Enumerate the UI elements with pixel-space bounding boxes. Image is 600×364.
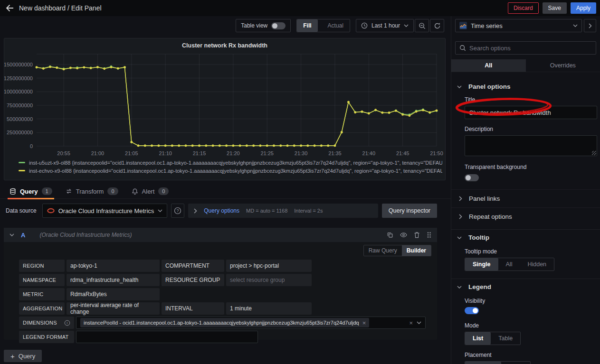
legend-item[interactable]: inst-echvo-x9-ol88 {instancepoolid="ocid… xyxy=(19,167,442,175)
tooltip-section-title: Tooltip xyxy=(468,234,489,241)
legend-mode-table-button[interactable]: Table xyxy=(491,332,520,345)
repeat-options-section[interactable]: Repeat options xyxy=(451,207,600,225)
fill-button[interactable]: Fill xyxy=(297,19,317,32)
actual-button[interactable]: Actual xyxy=(322,19,350,32)
region-select[interactable]: ap-tokyo-1 xyxy=(67,260,160,272)
options-sidebar: Time series All Overrides Panel options … xyxy=(451,16,600,364)
tooltip-all-button[interactable]: All xyxy=(498,258,520,271)
namespace-select[interactable]: rdma_infrastructure_health xyxy=(67,274,160,286)
tab-all[interactable]: All xyxy=(451,59,526,72)
dimensions-label: DIMENSIONS i xyxy=(19,317,74,329)
table-view-toggle[interactable] xyxy=(271,22,286,29)
apply-button[interactable]: Apply xyxy=(571,2,596,14)
tooltip-single-button[interactable]: Single xyxy=(465,258,498,271)
svg-text:1500000000: 1500000000 xyxy=(4,62,33,67)
interval-select[interactable]: 1 minute xyxy=(226,302,312,315)
table-view-group: Table view xyxy=(236,19,291,32)
tab-alert[interactable]: Alert 0 xyxy=(132,184,169,199)
panel-title-input[interactable] xyxy=(465,106,597,119)
tooltip-section-header[interactable]: Tooltip xyxy=(451,230,600,245)
panel-toolbar: Table view Fill Actual Last 1 hour xyxy=(236,19,444,32)
collapse-options-button[interactable] xyxy=(584,19,596,32)
trash-icon xyxy=(414,232,420,238)
refresh-button[interactable] xyxy=(430,19,444,32)
time-controls: Last 1 hour xyxy=(356,19,444,32)
datasource-help-button[interactable]: ? xyxy=(171,204,184,218)
duplicate-query-button[interactable] xyxy=(387,232,393,238)
zoom-out-button[interactable] xyxy=(415,19,429,32)
tab-alert-label: Alert xyxy=(142,188,155,195)
options-search-input[interactable] xyxy=(469,45,592,52)
tooltip-hidden-button[interactable]: Hidden xyxy=(520,258,554,271)
compartment-select[interactable]: project > hpc-portal xyxy=(226,260,312,272)
clear-all-icon[interactable]: × xyxy=(409,320,413,326)
legend-mode-list-button[interactable]: List xyxy=(465,332,491,345)
dimensions-multiselect[interactable]: instancePoolId - ocid1.instancepool.oc1.… xyxy=(76,317,426,329)
clock-icon xyxy=(361,22,368,29)
tab-overrides[interactable]: Overrides xyxy=(526,59,600,72)
legend-placement-label: Placement xyxy=(465,352,600,358)
chevron-down-icon xyxy=(573,24,578,27)
form-row: AGGREGATION per-interval average rate of… xyxy=(19,302,431,315)
series-color-dash xyxy=(19,162,25,163)
resource-group-select[interactable]: select resource group xyxy=(226,274,312,286)
series-label: inst-echvo-x9-ol88 {instancepoolid="ocid… xyxy=(29,168,442,174)
description-textarea[interactable] xyxy=(465,135,597,156)
delete-query-button[interactable] xyxy=(414,232,420,238)
tab-query[interactable]: Query 1 xyxy=(10,184,52,199)
angle-right-icon[interactable] xyxy=(194,208,197,214)
form-row: NAMESPACE rdma_infrastructure_health RES… xyxy=(19,274,431,286)
chevron-down-icon xyxy=(404,24,409,27)
add-query-button[interactable]: + Query xyxy=(4,350,42,362)
metric-select[interactable]: RdmaRxBytes xyxy=(67,288,160,300)
query-inspector-button[interactable]: Query inspector xyxy=(382,204,437,218)
chevron-down-icon[interactable] xyxy=(417,321,421,324)
placement-bottom-button[interactable]: Bottom xyxy=(465,362,501,364)
raw-query-button[interactable]: Raw Query xyxy=(364,245,402,256)
disable-query-button[interactable] xyxy=(400,232,407,238)
alert-count-badge: 0 xyxy=(158,187,169,195)
chart-plot[interactable]: 0250000000500000000750000000100000000012… xyxy=(4,50,446,159)
metric-label: METRIC xyxy=(19,288,65,300)
save-button[interactable]: Save xyxy=(543,2,567,14)
legend-format-input[interactable] xyxy=(76,331,258,343)
resource-group-label: RESOURCE GROUP xyxy=(162,274,224,286)
svg-text:21:00: 21:00 xyxy=(91,150,105,156)
legend-item[interactable]: inst-u5uzt-x9-ol88 {instancepoolid="ocid… xyxy=(19,159,442,167)
discard-button[interactable]: Discard xyxy=(508,2,539,14)
remove-dimension-icon[interactable]: × xyxy=(362,320,366,326)
options-tabs: All Overrides xyxy=(451,59,600,72)
back-button[interactable] xyxy=(0,0,19,16)
arrow-left-icon xyxy=(6,4,14,12)
panel-options-header[interactable]: Panel options xyxy=(451,79,600,94)
region-label: REGION xyxy=(19,260,65,272)
drag-handle[interactable] xyxy=(427,232,431,238)
legend-visibility-toggle[interactable] xyxy=(465,307,479,314)
placement-right-button[interactable]: Right xyxy=(501,362,530,364)
drag-dots-icon xyxy=(427,232,431,238)
search-minus-icon xyxy=(419,22,426,29)
aggregation-select[interactable]: per-interval average rate of change xyxy=(67,302,160,315)
svg-text:750000000: 750000000 xyxy=(7,103,33,108)
visualization-picker[interactable]: Time series xyxy=(455,19,582,32)
options-search[interactable] xyxy=(455,41,596,55)
panel-links-section[interactable]: Panel links xyxy=(451,189,600,207)
query-row-header[interactable]: A (Oracle Cloud Infrastructure Metrics) xyxy=(4,228,437,242)
builder-button[interactable]: Builder xyxy=(402,245,431,256)
datasource-label: Data source xyxy=(4,207,38,214)
form-row: DIMENSIONS i instancePoolId - ocid1.inst… xyxy=(19,317,431,329)
time-range-picker[interactable]: Last 1 hour xyxy=(356,19,414,32)
query-options-link[interactable]: Query options xyxy=(204,207,239,214)
transform-icon xyxy=(66,188,72,195)
editor-mode-row: Raw Query Builder xyxy=(19,245,431,256)
dimension-chip: instancePoolId - ocid1.instancepool.oc1.… xyxy=(80,318,369,327)
transparent-bg-toggle[interactable] xyxy=(465,174,479,181)
panel-links-title: Panel links xyxy=(469,195,500,202)
tab-transform[interactable]: Transform 0 xyxy=(66,184,118,199)
svg-text:21:40: 21:40 xyxy=(362,150,376,156)
datasource-picker[interactable]: Oracle Cloud Infrastructure Metrics xyxy=(42,204,168,218)
svg-text:21:05: 21:05 xyxy=(125,150,138,156)
legend-section-header[interactable]: Legend xyxy=(451,279,600,295)
timeseries-viz-icon xyxy=(459,22,467,29)
editor-mode-segment: Raw Query Builder xyxy=(363,245,431,256)
